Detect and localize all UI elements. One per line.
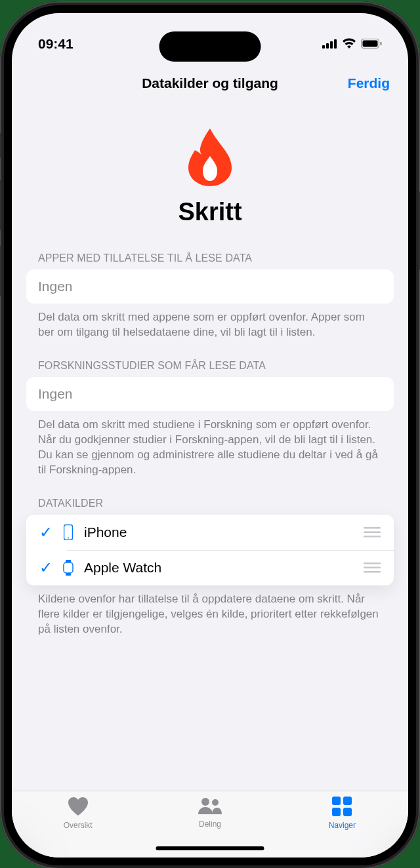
svg-point-8 bbox=[68, 537, 69, 538]
apps-value: Ingen bbox=[38, 279, 73, 294]
tab-sharing[interactable]: Deling bbox=[144, 797, 276, 829]
iphone-frame: 09:41 Datakilder og tilgang Ferdig bbox=[0, 1, 420, 868]
section-header-studies: FORSKNINGSSTUDIER SOM FÅR LESE DATA bbox=[26, 360, 394, 377]
home-indicator[interactable] bbox=[156, 846, 264, 850]
nav-title: Datakilder og tilgang bbox=[142, 75, 278, 91]
drag-handle-icon[interactable] bbox=[364, 562, 381, 573]
iphone-icon bbox=[62, 524, 75, 540]
svg-rect-11 bbox=[364, 536, 381, 538]
check-icon: ✓ bbox=[39, 559, 52, 577]
svg-rect-13 bbox=[66, 560, 71, 562]
done-button[interactable]: Ferdig bbox=[348, 75, 390, 91]
page-title: Skritt bbox=[26, 198, 394, 226]
tab-browse[interactable]: Naviger bbox=[276, 797, 408, 830]
svg-rect-10 bbox=[364, 531, 381, 533]
dynamic-island bbox=[159, 31, 261, 62]
content-scroll[interactable]: Skritt APPER MED TILLATELSE TIL Å LESE D… bbox=[12, 102, 408, 791]
svg-point-18 bbox=[201, 798, 209, 806]
studies-list-cell[interactable]: Ingen bbox=[26, 377, 394, 411]
sources-list: ✓ iPhone ✓ Apple Watch bbox=[26, 515, 394, 585]
svg-rect-5 bbox=[363, 41, 378, 47]
battery-icon bbox=[361, 36, 382, 52]
cellular-icon bbox=[322, 36, 337, 52]
svg-rect-22 bbox=[332, 808, 341, 816]
svg-rect-6 bbox=[381, 42, 382, 45]
section-footer-sources: Kildene ovenfor har tillatelse til å opp… bbox=[26, 585, 394, 637]
people-icon bbox=[197, 797, 223, 818]
svg-rect-3 bbox=[334, 39, 337, 49]
section-footer-apps: Del data om skritt med appene som er opp… bbox=[26, 304, 394, 340]
source-row-watch[interactable]: ✓ Apple Watch bbox=[26, 550, 394, 585]
tab-label: Oversikt bbox=[64, 821, 93, 830]
section-header-sources: DATAKILDER bbox=[26, 498, 394, 515]
status-time: 09:41 bbox=[38, 36, 74, 52]
tab-label: Deling bbox=[199, 819, 221, 829]
tab-label: Naviger bbox=[329, 821, 356, 830]
svg-point-19 bbox=[212, 799, 219, 806]
svg-rect-15 bbox=[364, 562, 381, 564]
tab-summary[interactable]: Oversikt bbox=[12, 797, 144, 830]
svg-rect-1 bbox=[326, 43, 329, 49]
source-label: Apple Watch bbox=[84, 560, 354, 576]
svg-rect-9 bbox=[364, 527, 381, 529]
watch-icon bbox=[62, 560, 75, 576]
section-footer-studies: Del data om skritt med studiene i Forskn… bbox=[26, 411, 394, 478]
check-icon: ✓ bbox=[39, 523, 52, 542]
navigation-bar: Datakilder og tilgang Ferdig bbox=[12, 64, 408, 102]
flame-icon bbox=[187, 128, 233, 186]
heart-icon bbox=[68, 797, 89, 819]
source-row-iphone[interactable]: ✓ iPhone bbox=[26, 515, 394, 550]
grid-icon bbox=[332, 797, 352, 819]
drag-handle-icon[interactable] bbox=[364, 527, 381, 538]
studies-value: Ingen bbox=[38, 386, 73, 401]
svg-rect-16 bbox=[364, 566, 381, 568]
svg-rect-12 bbox=[64, 562, 73, 573]
hero: Skritt bbox=[26, 128, 394, 226]
svg-rect-14 bbox=[66, 573, 71, 576]
svg-rect-0 bbox=[322, 45, 325, 49]
svg-rect-17 bbox=[364, 571, 381, 573]
apps-list-cell[interactable]: Ingen bbox=[26, 269, 394, 304]
svg-rect-21 bbox=[343, 797, 352, 805]
wifi-icon bbox=[342, 36, 356, 52]
svg-rect-20 bbox=[332, 797, 341, 805]
section-header-apps: APPER MED TILLATELSE TIL Å LESE DATA bbox=[26, 252, 394, 269]
svg-rect-2 bbox=[330, 41, 333, 49]
svg-rect-23 bbox=[343, 808, 352, 816]
source-label: iPhone bbox=[84, 524, 354, 540]
